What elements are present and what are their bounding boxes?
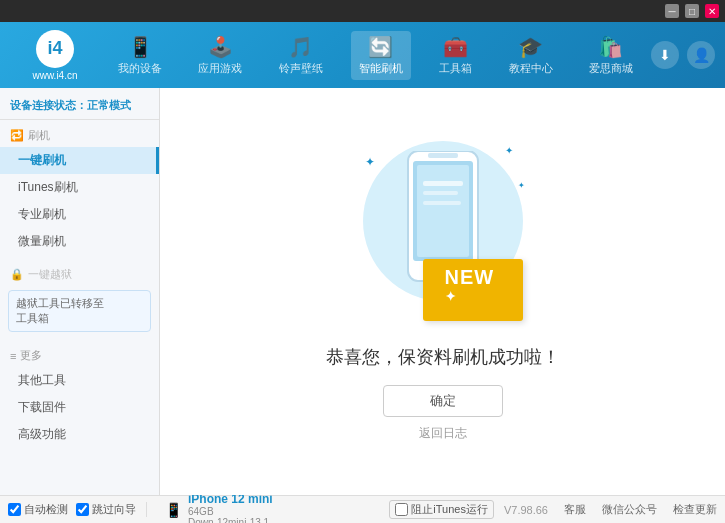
nav-my-device-label: 我的设备 <box>118 61 162 76</box>
phone-icon: 📱 <box>128 35 153 59</box>
svg-rect-4 <box>417 165 469 257</box>
illustration-area: ✦ ✦ ✦ NEW ✦ <box>343 141 543 331</box>
nav-mall-label: 爱思商城 <box>589 61 633 76</box>
sidebar-item-download-firmware[interactable]: 下载固件 <box>0 394 159 421</box>
connection-status: 设备连接状态：正常模式 <box>0 94 159 120</box>
sidebar-item-other-tools[interactable]: 其他工具 <box>0 367 159 394</box>
skip-wizard-label: 跳过向导 <box>92 502 136 517</box>
svg-rect-7 <box>423 201 461 205</box>
more-section: ≡ 更多 其他工具 下载固件 高级功能 <box>0 340 159 452</box>
device-storage: 64GB <box>188 506 273 517</box>
confirm-button[interactable]: 确定 <box>383 385 503 417</box>
sidebar: 设备连接状态：正常模式 🔁 刷机 一键刷机 iTunes刷机 专业刷机 微量刷机… <box>0 88 160 495</box>
main-area: 设备连接状态：正常模式 🔁 刷机 一键刷机 iTunes刷机 专业刷机 微量刷机… <box>0 88 725 495</box>
sparkle-icon-2: ✦ <box>505 145 513 156</box>
nav-ringtone-label: 铃声壁纸 <box>279 61 323 76</box>
jailbreak-section-title: 🔒 一键越狱 <box>0 263 159 286</box>
nav-mall[interactable]: 🛍️ 爱思商城 <box>581 31 641 80</box>
toolbox-icon: 🧰 <box>443 35 468 59</box>
skip-wizard-checkbox-label[interactable]: 跳过向导 <box>76 502 136 517</box>
nav-toolbox-label: 工具箱 <box>439 61 472 76</box>
new-badge: NEW ✦ <box>423 259 523 321</box>
stop-itunes-label[interactable]: 阻止iTunes运行 <box>389 500 494 519</box>
success-title: 恭喜您，保资料刷机成功啦！ <box>326 345 560 369</box>
sidebar-item-data-flash[interactable]: 微量刷机 <box>0 228 159 255</box>
sidebar-item-advanced[interactable]: 高级功能 <box>0 421 159 448</box>
maximize-button[interactable]: □ <box>685 4 699 18</box>
nav-my-device[interactable]: 📱 我的设备 <box>110 31 170 80</box>
new-badge-star: ✦ <box>445 289 457 304</box>
back-log-link[interactable]: 返回日志 <box>419 425 467 442</box>
stop-itunes-text: 阻止iTunes运行 <box>411 502 488 517</box>
nav-smart-flash[interactable]: 🔄 智能刷机 <box>351 31 411 80</box>
bottom-checkboxes: 自动检测 跳过向导 <box>8 502 147 517</box>
nav-bar: 📱 我的设备 🕹️ 应用游戏 🎵 铃声壁纸 🔄 智能刷机 🧰 工具箱 🎓 教程中… <box>100 31 651 80</box>
new-badge-text: NEW <box>445 266 495 288</box>
mall-icon: 🛍️ <box>598 35 623 59</box>
logo-icon: i4 <box>36 30 74 68</box>
nav-toolbox[interactable]: 🧰 工具箱 <box>431 31 480 80</box>
sidebar-item-one-click-flash[interactable]: 一键刷机 <box>0 147 159 174</box>
svg-rect-6 <box>423 191 458 195</box>
update-link[interactable]: 检查更新 <box>673 502 717 517</box>
more-icon: ≡ <box>10 350 16 362</box>
sidebar-item-itunes-flash[interactable]: iTunes刷机 <box>0 174 159 201</box>
download-button[interactable]: ⬇ <box>651 41 679 69</box>
auto-update-checkbox[interactable] <box>8 503 21 516</box>
jailbreak-notice: 越狱工具已转移至 工具箱 <box>8 290 151 332</box>
bottom-bar: 自动检测 跳过向导 📱 iPhone 12 mini 64GB Down-12m… <box>0 495 725 523</box>
version-text: V7.98.66 <box>504 504 548 516</box>
nav-app-game[interactable]: 🕹️ 应用游戏 <box>190 31 250 80</box>
game-icon: 🕹️ <box>208 35 233 59</box>
wechat-link[interactable]: 微信公众号 <box>602 502 657 517</box>
logo-area[interactable]: i4 www.i4.cn <box>10 30 100 81</box>
sparkle-icon-3: ✦ <box>518 181 525 190</box>
lock-icon: 🔒 <box>10 268 24 281</box>
sparkle-icon-1: ✦ <box>365 155 375 169</box>
status-value: 正常模式 <box>87 99 131 111</box>
flash-section: 🔁 刷机 一键刷机 iTunes刷机 专业刷机 微量刷机 <box>0 120 159 259</box>
music-icon: 🎵 <box>288 35 313 59</box>
svg-rect-2 <box>428 153 458 158</box>
svg-rect-5 <box>423 181 463 186</box>
sidebar-item-pro-flash[interactable]: 专业刷机 <box>0 201 159 228</box>
service-link[interactable]: 客服 <box>564 502 586 517</box>
close-button[interactable]: ✕ <box>705 4 719 18</box>
skip-wizard-checkbox[interactable] <box>76 503 89 516</box>
nav-tutorial-label: 教程中心 <box>509 61 553 76</box>
more-section-title: ≡ 更多 <box>0 344 159 367</box>
nav-smart-flash-label: 智能刷机 <box>359 61 403 76</box>
device-info-block: iPhone 12 mini 64GB Down-12mini-13,1 <box>188 492 273 524</box>
nav-tutorial[interactable]: 🎓 教程中心 <box>501 31 561 80</box>
nav-ringtone[interactable]: 🎵 铃声壁纸 <box>271 31 331 80</box>
device-phone-icon: 📱 <box>165 502 182 518</box>
bottom-right-links: V7.98.66 客服 微信公众号 检查更新 <box>504 502 717 517</box>
auto-update-checkbox-label[interactable]: 自动检测 <box>8 502 68 517</box>
nav-app-game-label: 应用游戏 <box>198 61 242 76</box>
auto-update-label: 自动检测 <box>24 502 68 517</box>
jailbreak-section: 🔒 一键越狱 越狱工具已转移至 工具箱 <box>0 259 159 340</box>
header: i4 www.i4.cn 📱 我的设备 🕹️ 应用游戏 🎵 铃声壁纸 🔄 智能刷… <box>0 22 725 88</box>
flash-icon: 🔄 <box>368 35 393 59</box>
device-model: Down-12mini-13,1 <box>188 517 273 524</box>
minimize-button[interactable]: ─ <box>665 4 679 18</box>
device-section: 📱 iPhone 12 mini 64GB Down-12mini-13,1 <box>161 492 273 524</box>
tutorial-icon: 🎓 <box>518 35 543 59</box>
content-area: ✦ ✦ ✦ NEW ✦ 恭喜您，保资料刷机成功啦！ 确定 <box>160 88 725 495</box>
flash-section-title: 🔁 刷机 <box>0 124 159 147</box>
flash-section-icon: 🔁 <box>10 129 24 142</box>
user-button[interactable]: 👤 <box>687 41 715 69</box>
titlebar: ─ □ ✕ <box>0 0 725 22</box>
header-right: ⬇ 👤 <box>651 41 715 69</box>
status-label: 设备连接状态： <box>10 99 87 111</box>
logo-url: www.i4.cn <box>32 70 77 81</box>
stop-itunes-checkbox[interactable] <box>395 503 408 516</box>
